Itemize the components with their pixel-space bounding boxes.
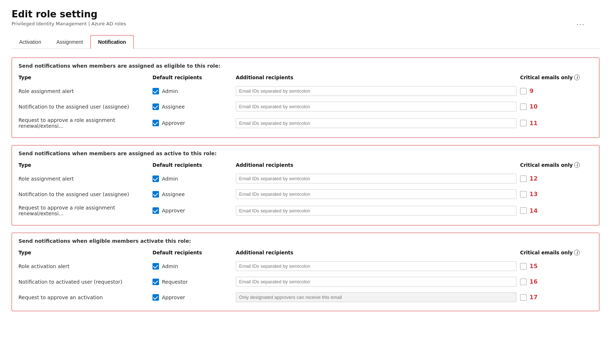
critical-checkbox[interactable] [520, 279, 527, 285]
additional-recipients-input[interactable] [236, 102, 516, 111]
table-row: Role assignment alertAdmin12 [18, 171, 593, 186]
row-default: Approver [152, 294, 236, 301]
critical-number: 17 [530, 294, 537, 301]
row-default: Assignee [152, 191, 236, 198]
col-headers-activate: TypeDefault recipientsAdditional recipie… [18, 247, 593, 258]
tabs-container: Activation Assignment Notification [12, 35, 599, 49]
section-header-activate: Send notifications when eligible members… [12, 233, 599, 247]
col-header-type: Type [18, 75, 152, 80]
default-recipient-label: Approver [162, 120, 185, 126]
critical-number: 11 [530, 120, 537, 127]
col-header-type: Type [18, 250, 152, 255]
checkbox-checked[interactable] [152, 88, 159, 94]
table-row: Request to approve a role assignment ren… [18, 114, 593, 132]
col-header-critical: Critical emails onlyi [516, 75, 593, 80]
additional-recipients-input[interactable] [236, 174, 516, 183]
row-critical: 11 [516, 120, 593, 127]
additional-recipients-input [236, 292, 516, 302]
checkbox-checked[interactable] [152, 175, 159, 182]
col-headers-active: TypeDefault recipientsAdditional recipie… [18, 160, 593, 171]
additional-recipients-input[interactable] [236, 277, 516, 287]
row-type: Request to approve a role assignment ren… [18, 117, 152, 129]
info-icon: i [574, 250, 580, 255]
ellipsis-menu[interactable]: ... [577, 19, 585, 26]
row-default: Approver [152, 207, 236, 214]
table-row: Request to approve a role assignment ren… [18, 202, 593, 219]
row-default: Approver [152, 120, 236, 126]
additional-recipients-input[interactable] [236, 206, 516, 216]
row-type: Request to approve an activation [18, 295, 152, 300]
section-eligible: Send notifications when members are assi… [12, 58, 599, 138]
row-additional [236, 206, 516, 216]
row-additional [236, 189, 516, 199]
row-critical: 15 [516, 263, 593, 270]
tab-assignment[interactable]: Assignment [49, 35, 91, 49]
critical-number: 16 [530, 278, 537, 285]
critical-checkbox[interactable] [520, 120, 527, 126]
default-recipient-label: Assignee [162, 104, 185, 110]
default-recipient-label: Admin [162, 176, 178, 182]
checkbox-checked[interactable] [152, 263, 159, 270]
col-header-default: Default recipients [152, 75, 236, 80]
col-header-default: Default recipients [152, 250, 236, 255]
page-title: Edit role setting [12, 9, 599, 20]
row-critical: 14 [516, 207, 593, 214]
critical-checkbox[interactable] [520, 207, 527, 214]
col-header-additional: Additional recipients [236, 250, 516, 255]
table-row: Role assignment alertAdmin9 [18, 83, 593, 99]
row-critical: 9 [516, 88, 593, 94]
critical-number: 13 [530, 191, 537, 198]
table-row: Request to approve an activationApprover… [18, 289, 593, 305]
row-additional [236, 118, 516, 128]
row-critical: 12 [516, 175, 593, 182]
critical-checkbox[interactable] [520, 175, 527, 182]
table-row: Role activation alertAdmin15 [18, 258, 593, 274]
additional-recipients-input[interactable] [236, 261, 516, 271]
checkbox-checked[interactable] [152, 103, 159, 110]
section-activate: Send notifications when eligible members… [12, 233, 599, 311]
row-type: Role assignment alert [18, 88, 152, 94]
section-header-eligible: Send notifications when members are assi… [12, 58, 599, 72]
checkbox-checked[interactable] [152, 207, 159, 214]
row-type: Request to approve a role assignment ren… [18, 205, 152, 216]
default-recipient-label: Approver [162, 208, 185, 213]
row-type: Role assignment alert [18, 176, 152, 182]
checkbox-checked[interactable] [152, 120, 159, 126]
row-type: Notification to the assigned user (assig… [18, 191, 152, 197]
row-additional [236, 102, 516, 111]
additional-recipients-input[interactable] [236, 86, 516, 96]
checkbox-checked[interactable] [152, 279, 159, 285]
checkbox-checked[interactable] [152, 191, 159, 198]
default-recipient-label: Assignee [162, 191, 185, 197]
row-type: Role activation alert [18, 263, 152, 269]
additional-recipients-input[interactable] [236, 189, 516, 199]
row-default: Assignee [152, 103, 236, 110]
default-recipient-label: Admin [162, 263, 178, 269]
row-type: Notification to the assigned user (assig… [18, 104, 152, 110]
col-header-additional: Additional recipients [236, 162, 516, 168]
row-critical: 17 [516, 294, 593, 301]
checkbox-checked[interactable] [152, 294, 159, 301]
row-additional [236, 86, 516, 96]
critical-number: 10 [530, 103, 537, 110]
col-header-additional: Additional recipients [236, 75, 516, 80]
tab-notification[interactable]: Notification [91, 35, 134, 49]
row-critical: 10 [516, 103, 593, 110]
tab-activation[interactable]: Activation [12, 35, 49, 49]
section-active: Send notifications when members are assi… [12, 145, 599, 225]
critical-checkbox[interactable] [520, 103, 527, 110]
info-icon: i [574, 162, 580, 168]
row-type: Notification to activated user (requesto… [18, 279, 152, 285]
row-additional [236, 277, 516, 287]
critical-checkbox[interactable] [520, 294, 527, 301]
row-additional [236, 261, 516, 271]
row-default: Requestor [152, 279, 236, 285]
critical-checkbox[interactable] [520, 263, 527, 270]
table-row: Notification to the assigned user (assig… [18, 99, 593, 114]
additional-recipients-input[interactable] [236, 118, 516, 128]
row-default: Admin [152, 175, 236, 182]
critical-checkbox[interactable] [520, 191, 527, 198]
row-critical: 13 [516, 191, 593, 198]
critical-checkbox[interactable] [520, 88, 527, 94]
row-additional [236, 174, 516, 183]
